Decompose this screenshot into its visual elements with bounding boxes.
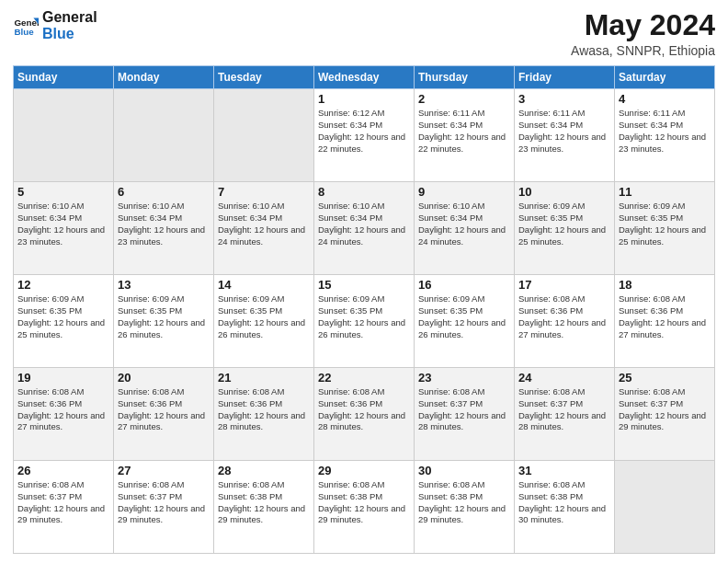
day-info: Sunrise: 6:08 AM Sunset: 6:36 PM Dayligh…: [518, 293, 610, 340]
calendar-cell: [214, 89, 314, 182]
day-info: Sunrise: 6:08 AM Sunset: 6:37 PM Dayligh…: [518, 386, 610, 433]
day-info: Sunrise: 6:09 AM Sunset: 6:35 PM Dayligh…: [118, 293, 210, 340]
calendar-cell: 18Sunrise: 6:08 AM Sunset: 6:36 PM Dayli…: [615, 275, 715, 368]
day-info: Sunrise: 6:10 AM Sunset: 6:34 PM Dayligh…: [118, 201, 210, 247]
day-info: Sunrise: 6:10 AM Sunset: 6:34 PM Dayligh…: [318, 201, 410, 247]
month-title: May 2024: [571, 9, 715, 41]
day-info: Sunrise: 6:09 AM Sunset: 6:35 PM Dayligh…: [619, 201, 711, 247]
day-info: Sunrise: 6:09 AM Sunset: 6:35 PM Dayligh…: [518, 201, 610, 247]
svg-text:Blue: Blue: [14, 26, 34, 36]
calendar-cell: 30Sunrise: 6:08 AM Sunset: 6:38 PM Dayli…: [415, 461, 515, 554]
day-info: Sunrise: 6:08 AM Sunset: 6:37 PM Dayligh…: [619, 386, 711, 433]
day-number: 27: [118, 464, 210, 477]
day-number: 9: [418, 185, 510, 199]
day-info: Sunrise: 6:08 AM Sunset: 6:36 PM Dayligh…: [318, 386, 410, 433]
day-info: Sunrise: 6:11 AM Sunset: 6:34 PM Dayligh…: [418, 108, 510, 155]
day-number: 15: [318, 278, 410, 292]
calendar-cell: 27Sunrise: 6:08 AM Sunset: 6:37 PM Dayli…: [114, 461, 214, 554]
day-number: 11: [619, 185, 711, 199]
day-number: 20: [118, 371, 210, 385]
calendar-cell: 6Sunrise: 6:10 AM Sunset: 6:34 PM Daylig…: [114, 182, 214, 275]
day-info: Sunrise: 6:09 AM Sunset: 6:35 PM Dayligh…: [418, 293, 510, 340]
calendar-cell: 25Sunrise: 6:08 AM Sunset: 6:37 PM Dayli…: [615, 368, 715, 461]
weekday-header: Tuesday: [214, 66, 314, 89]
calendar-cell: 8Sunrise: 6:10 AM Sunset: 6:34 PM Daylig…: [314, 182, 415, 275]
calendar-cell: 31Sunrise: 6:08 AM Sunset: 6:38 PM Dayli…: [515, 461, 615, 554]
day-info: Sunrise: 6:10 AM Sunset: 6:34 PM Dayligh…: [218, 201, 310, 247]
header: General Blue General Blue May 2024 Awasa…: [13, 9, 715, 58]
calendar-cell: [114, 89, 214, 182]
day-number: 26: [17, 464, 109, 477]
calendar-cell: 15Sunrise: 6:09 AM Sunset: 6:35 PM Dayli…: [314, 275, 415, 368]
day-number: 14: [218, 278, 310, 292]
day-info: Sunrise: 6:08 AM Sunset: 6:37 PM Dayligh…: [17, 479, 109, 526]
calendar-cell: 14Sunrise: 6:09 AM Sunset: 6:35 PM Dayli…: [214, 275, 314, 368]
calendar-cell: 22Sunrise: 6:08 AM Sunset: 6:36 PM Dayli…: [314, 368, 415, 461]
calendar-table: SundayMondayTuesdayWednesdayThursdayFrid…: [13, 65, 715, 554]
day-number: 5: [17, 185, 109, 199]
calendar-cell: 3Sunrise: 6:11 AM Sunset: 6:34 PM Daylig…: [515, 89, 615, 182]
calendar-cell: 24Sunrise: 6:08 AM Sunset: 6:37 PM Dayli…: [515, 368, 615, 461]
day-number: 10: [518, 185, 610, 199]
day-number: 1: [318, 92, 410, 106]
day-info: Sunrise: 6:08 AM Sunset: 6:38 PM Dayligh…: [518, 479, 610, 526]
logo-blue: Blue: [42, 26, 97, 42]
weekday-header: Sunday: [14, 66, 114, 89]
weekday-header: Saturday: [615, 66, 715, 89]
day-number: 2: [418, 92, 510, 106]
day-number: 16: [418, 278, 510, 292]
day-number: 31: [518, 464, 610, 477]
day-number: 21: [218, 371, 310, 385]
day-number: 23: [418, 371, 510, 385]
calendar-cell: 10Sunrise: 6:09 AM Sunset: 6:35 PM Dayli…: [515, 182, 615, 275]
day-info: Sunrise: 6:08 AM Sunset: 6:36 PM Dayligh…: [619, 293, 711, 340]
day-info: Sunrise: 6:08 AM Sunset: 6:36 PM Dayligh…: [118, 386, 210, 433]
day-info: Sunrise: 6:08 AM Sunset: 6:37 PM Dayligh…: [118, 479, 210, 526]
day-number: 22: [318, 371, 410, 385]
weekday-header: Wednesday: [314, 66, 415, 89]
calendar-cell: 9Sunrise: 6:10 AM Sunset: 6:34 PM Daylig…: [415, 182, 515, 275]
calendar-cell: [615, 461, 715, 554]
day-number: 8: [318, 185, 410, 199]
calendar-cell: 29Sunrise: 6:08 AM Sunset: 6:38 PM Dayli…: [314, 461, 415, 554]
calendar-cell: 21Sunrise: 6:08 AM Sunset: 6:36 PM Dayli…: [214, 368, 314, 461]
calendar-cell: 28Sunrise: 6:08 AM Sunset: 6:38 PM Dayli…: [214, 461, 314, 554]
calendar-cell: 4Sunrise: 6:11 AM Sunset: 6:34 PM Daylig…: [615, 89, 715, 182]
day-number: 29: [318, 464, 410, 477]
day-number: 17: [518, 278, 610, 292]
day-info: Sunrise: 6:10 AM Sunset: 6:34 PM Dayligh…: [418, 201, 510, 247]
calendar-cell: 1Sunrise: 6:12 AM Sunset: 6:34 PM Daylig…: [314, 89, 415, 182]
weekday-header: Friday: [515, 66, 615, 89]
day-info: Sunrise: 6:09 AM Sunset: 6:35 PM Dayligh…: [17, 293, 109, 340]
day-number: 4: [619, 92, 711, 106]
calendar-cell: 26Sunrise: 6:08 AM Sunset: 6:37 PM Dayli…: [14, 461, 114, 554]
day-number: 7: [218, 185, 310, 199]
day-number: 19: [17, 371, 109, 385]
weekday-header: Thursday: [415, 66, 515, 89]
calendar-cell: 20Sunrise: 6:08 AM Sunset: 6:36 PM Dayli…: [114, 368, 214, 461]
calendar-cell: 19Sunrise: 6:08 AM Sunset: 6:36 PM Dayli…: [14, 368, 114, 461]
page: General Blue General Blue May 2024 Awasa…: [0, 0, 728, 563]
day-info: Sunrise: 6:08 AM Sunset: 6:38 PM Dayligh…: [418, 479, 510, 526]
day-info: Sunrise: 6:09 AM Sunset: 6:35 PM Dayligh…: [218, 293, 310, 340]
day-info: Sunrise: 6:08 AM Sunset: 6:38 PM Dayligh…: [318, 479, 410, 526]
day-info: Sunrise: 6:09 AM Sunset: 6:35 PM Dayligh…: [318, 293, 410, 340]
calendar-cell: 13Sunrise: 6:09 AM Sunset: 6:35 PM Dayli…: [114, 275, 214, 368]
day-number: 18: [619, 278, 711, 292]
calendar-cell: 23Sunrise: 6:08 AM Sunset: 6:37 PM Dayli…: [415, 368, 515, 461]
calendar-cell: 16Sunrise: 6:09 AM Sunset: 6:35 PM Dayli…: [415, 275, 515, 368]
logo-icon: General Blue: [13, 13, 39, 39]
calendar-cell: 11Sunrise: 6:09 AM Sunset: 6:35 PM Dayli…: [615, 182, 715, 275]
calendar-cell: 12Sunrise: 6:09 AM Sunset: 6:35 PM Dayli…: [14, 275, 114, 368]
day-info: Sunrise: 6:08 AM Sunset: 6:37 PM Dayligh…: [418, 386, 510, 433]
day-number: 25: [619, 371, 711, 385]
title-block: May 2024 Awasa, SNNPR, Ethiopia: [571, 9, 715, 58]
day-info: Sunrise: 6:12 AM Sunset: 6:34 PM Dayligh…: [318, 108, 410, 155]
day-number: 28: [218, 464, 310, 477]
weekday-header: Monday: [114, 66, 214, 89]
day-number: 13: [118, 278, 210, 292]
day-number: 12: [17, 278, 109, 292]
calendar-cell: 17Sunrise: 6:08 AM Sunset: 6:36 PM Dayli…: [515, 275, 615, 368]
day-info: Sunrise: 6:08 AM Sunset: 6:36 PM Dayligh…: [218, 386, 310, 433]
calendar-header: SundayMondayTuesdayWednesdayThursdayFrid…: [14, 66, 715, 89]
